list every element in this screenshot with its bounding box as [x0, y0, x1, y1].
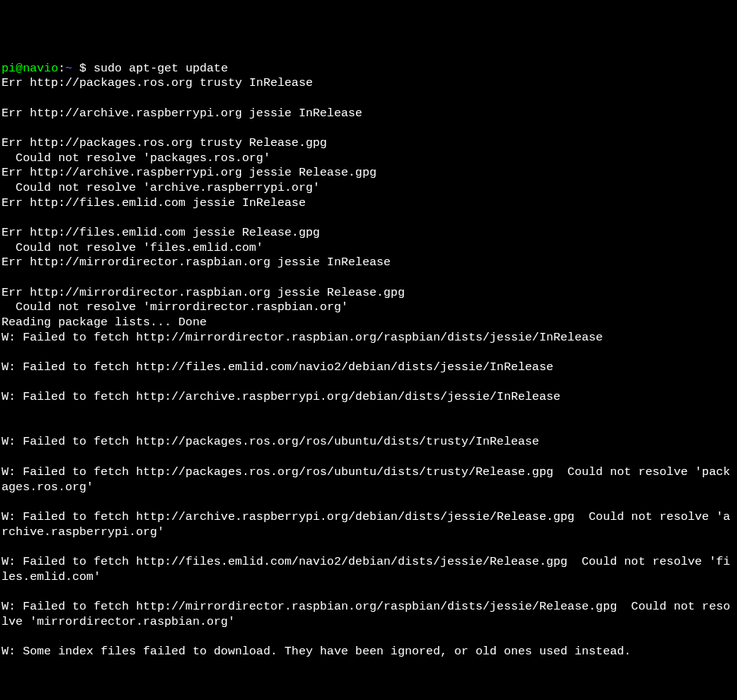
prompt-user: pi: [2, 62, 16, 75]
prompt-command: sudo apt-get update: [94, 62, 228, 75]
prompt-host: navio: [23, 62, 59, 75]
prompt-path: ~: [65, 62, 72, 75]
prompt-colon: :: [58, 62, 65, 75]
terminal-output: Err http://packages.ros.org trusty InRel…: [2, 76, 735, 659]
shell-prompt[interactable]: pi@navio:~ $ sudo apt-get update: [2, 62, 228, 75]
prompt-at: @: [16, 62, 23, 75]
prompt-dollar: $: [72, 62, 94, 75]
